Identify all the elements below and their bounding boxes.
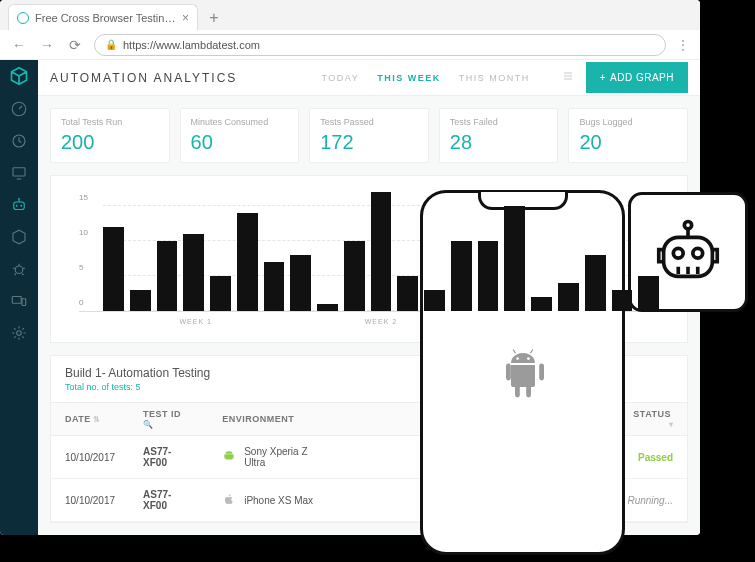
dashboard-icon[interactable] (10, 100, 28, 118)
filter-this-month[interactable]: THIS MONTH (459, 73, 530, 83)
chart-bar (183, 234, 204, 311)
y-tick-label: 0 (79, 298, 83, 307)
monitor-icon[interactable] (10, 164, 28, 182)
add-graph-button[interactable]: + ADD GRAPH (586, 62, 688, 93)
apple-icon (222, 492, 236, 508)
tab-title: Free Cross Browser Testing Clou (35, 12, 176, 24)
url-input[interactable]: 🔒 https://www.lambdatest.com (94, 34, 666, 56)
svg-point-6 (18, 198, 20, 200)
filter-this-week[interactable]: THIS WEEK (377, 73, 441, 83)
stat-value: 28 (450, 131, 548, 154)
col-date[interactable]: DATE⇅ (51, 403, 129, 436)
stat-label: Tests Failed (450, 117, 548, 127)
svg-point-4 (16, 205, 18, 207)
stat-label: Bugs Logged (579, 117, 677, 127)
stat-label: Minutes Consumed (191, 117, 289, 127)
date-filters: TODAY THIS WEEK THIS MONTH (322, 70, 574, 85)
android-icon (498, 345, 548, 401)
chart-bar (585, 255, 606, 311)
bug-icon[interactable] (10, 260, 28, 278)
chart-bar (531, 297, 552, 311)
svg-point-7 (15, 266, 23, 274)
add-graph-label: ADD GRAPH (610, 72, 674, 83)
browser-tab[interactable]: Free Cross Browser Testing Clou × (8, 4, 198, 30)
y-tick-label: 15 (79, 193, 88, 202)
svg-point-14 (684, 222, 691, 229)
chart-bar (290, 255, 311, 311)
sort-icon: ⇅ (93, 415, 101, 424)
gear-icon[interactable] (10, 324, 28, 342)
y-tick-label: 10 (79, 228, 88, 237)
sliders-icon[interactable] (562, 70, 574, 85)
lock-icon: 🔒 (105, 39, 117, 50)
device-name: iPhone XS Max (244, 495, 313, 506)
chart-bar (130, 290, 151, 311)
robot-large-icon (649, 213, 727, 291)
x-tick-label: WEEK 2 (365, 318, 397, 325)
chart-bar (103, 227, 124, 311)
new-tab-button[interactable]: + (202, 6, 226, 30)
url-text: https://www.lambdatest.com (123, 39, 260, 51)
svg-point-17 (673, 248, 683, 258)
address-bar: ← → ⟳ 🔒 https://www.lambdatest.com ⋮ (0, 30, 700, 60)
cell-date: 10/10/2017 (51, 479, 129, 522)
sidebar (0, 60, 38, 535)
x-tick-label: WEEK 1 (179, 318, 211, 325)
stat-card: Bugs Logged20 (568, 108, 688, 163)
chart-bar (612, 290, 633, 311)
chart-bar (558, 283, 579, 311)
favicon-icon (17, 12, 29, 24)
svg-point-13 (566, 78, 568, 80)
close-tab-icon[interactable]: × (182, 11, 189, 25)
filter-today[interactable]: TODAY (322, 73, 360, 83)
cell-test-id: AS77-XF00 (129, 436, 208, 479)
svg-rect-2 (13, 168, 25, 176)
chart-bar (317, 304, 338, 311)
col-test-id[interactable]: TEST ID 🔍 (129, 403, 208, 436)
chart-bar (451, 241, 472, 311)
chart-bar (397, 276, 418, 311)
chart-bar (371, 192, 392, 311)
cell-test-id: AS77-XF00 (129, 479, 208, 522)
col-environment: ENVIRONMENT (208, 403, 342, 436)
top-bar: AUTOMATION ANALYTICS TODAY THIS WEEK THI… (38, 60, 700, 96)
stat-value: 172 (320, 131, 418, 154)
chart-bar (264, 262, 285, 311)
cell-date: 10/10/2017 (51, 436, 129, 479)
plus-icon: + (600, 72, 606, 83)
svg-point-10 (17, 331, 22, 336)
bar-chart: 051015 (79, 192, 659, 312)
device-name: Sony Xperia Z Ultra (244, 446, 328, 468)
stat-value: 200 (61, 131, 159, 154)
svg-point-12 (569, 75, 571, 77)
search-icon: 🔍 (143, 420, 154, 429)
forward-icon[interactable]: → (38, 37, 56, 53)
svg-point-11 (565, 72, 567, 74)
robot-icon[interactable] (10, 196, 28, 214)
stat-card: Minutes Consumed60 (180, 108, 300, 163)
devices-icon[interactable] (10, 292, 28, 310)
android-icon (222, 449, 236, 465)
tab-strip: Free Cross Browser Testing Clou × + (0, 0, 700, 30)
svg-rect-9 (22, 299, 26, 306)
back-icon[interactable]: ← (10, 37, 28, 53)
stat-card: Tests Failed28 (439, 108, 559, 163)
cube-icon[interactable] (10, 228, 28, 246)
clock-icon[interactable] (10, 132, 28, 150)
app-logo-icon (9, 66, 29, 86)
stat-card: Tests Passed172 (309, 108, 429, 163)
svg-rect-3 (14, 202, 25, 210)
chart-bar (157, 241, 178, 311)
browser-menu-icon[interactable]: ⋮ (676, 37, 690, 53)
svg-rect-8 (12, 297, 21, 304)
filter-icon: ▾ (669, 420, 674, 429)
y-tick-label: 5 (79, 263, 83, 272)
stat-value: 60 (191, 131, 289, 154)
chart-bar (504, 206, 525, 311)
stats-row: Total Tests Run200Minutes Consumed60Test… (38, 96, 700, 175)
reload-icon[interactable]: ⟳ (66, 37, 84, 53)
chart-bar (237, 213, 258, 311)
stat-card: Total Tests Run200 (50, 108, 170, 163)
cell-env: Sony Xperia Z Ultra (208, 436, 342, 479)
svg-point-18 (693, 248, 703, 258)
